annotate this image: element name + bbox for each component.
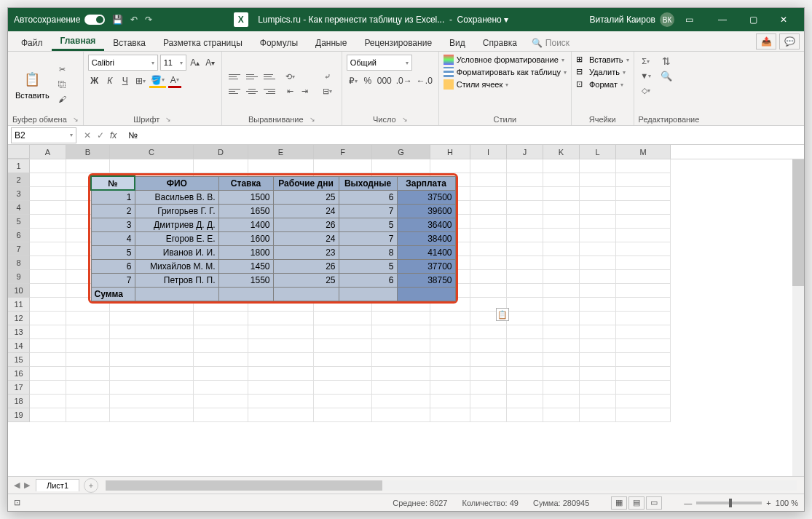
table-cell[interactable]: 26 <box>273 218 339 231</box>
vertical-scrollbar[interactable] <box>792 159 804 476</box>
row-header-9[interactable]: 9 <box>8 270 30 284</box>
table-cell[interactable]: 1800 <box>218 245 273 259</box>
view-normal-icon[interactable]: ▦ <box>611 496 627 510</box>
align-left-icon[interactable] <box>226 85 243 98</box>
select-all-corner[interactable] <box>8 145 30 159</box>
row-header-19[interactable]: 19 <box>8 408 30 422</box>
table-cell[interactable]: 24 <box>273 204 339 218</box>
cancel-formula-icon[interactable]: ✕ <box>84 130 91 140</box>
table-header[interactable]: Выходные <box>339 176 397 190</box>
tab-file[interactable]: Файл <box>12 35 52 51</box>
sort-filter-icon[interactable]: ⇅ <box>659 55 674 68</box>
table-cell[interactable]: 25 <box>273 190 339 204</box>
table-cell[interactable]: 5 <box>91 245 135 259</box>
sheet-nav-next-icon[interactable]: ▶ <box>24 480 30 490</box>
align-right-icon[interactable] <box>261 85 277 98</box>
table-cell[interactable]: Иванов И. И. <box>135 245 218 259</box>
autosum-icon[interactable]: Σ▾ <box>639 55 653 68</box>
format-as-table-button[interactable]: Форматировать как таблицу▾ <box>444 67 567 77</box>
ribbon-options-icon[interactable]: ▭ <box>685 15 693 25</box>
share-button[interactable]: 📤 <box>756 33 776 49</box>
font-size-combo[interactable]: 11▾ <box>160 55 186 71</box>
table-cell[interactable]: Петров П. П. <box>135 273 218 287</box>
copy-icon[interactable]: ⿻ <box>55 78 70 91</box>
align-center-icon[interactable] <box>244 85 260 98</box>
row-header-7[interactable]: 7 <box>8 242 30 256</box>
paste-options-icon[interactable]: 📋 <box>496 308 509 321</box>
table-cell[interactable]: 1650 <box>218 204 273 218</box>
row-header-10[interactable]: 10 <box>8 284 30 298</box>
row-header-18[interactable]: 18 <box>8 395 30 408</box>
table-cell[interactable]: 38400 <box>397 231 455 245</box>
alignment-launcher[interactable]: ↘ <box>310 116 315 123</box>
undo-icon[interactable]: ↶ <box>130 15 138 25</box>
row-header-11[interactable]: 11 <box>8 298 30 312</box>
table-sum-cell[interactable] <box>273 287 339 301</box>
col-header-L[interactable]: L <box>580 145 616 159</box>
paste-button[interactable]: 📋 Вставить <box>12 68 52 101</box>
table-sum-cell[interactable] <box>397 287 455 301</box>
tab-data[interactable]: Данные <box>307 35 355 51</box>
table-cell[interactable]: 36400 <box>397 218 455 231</box>
table-cell[interactable]: 1 <box>91 190 135 204</box>
table-cell[interactable]: 6 <box>339 273 397 287</box>
add-sheet-button[interactable]: + <box>84 478 98 493</box>
decrease-decimal-icon[interactable]: ←.0 <box>415 74 434 88</box>
format-cells-button[interactable]: ⊡Формат▾ <box>576 79 629 90</box>
decrease-font-icon[interactable]: A▾ <box>204 55 217 70</box>
table-cell[interactable]: 8 <box>339 245 397 259</box>
table-header[interactable]: ФИО <box>135 176 218 190</box>
col-header-F[interactable]: F <box>314 145 372 159</box>
table-cell[interactable]: 3 <box>91 218 135 231</box>
row-header-3[interactable]: 3 <box>8 187 30 201</box>
table-cell[interactable]: 39600 <box>397 204 455 218</box>
table-cell[interactable]: 4 <box>91 231 135 245</box>
formula-input[interactable]: № <box>124 130 804 140</box>
user-account[interactable]: Виталий Каиров ВК <box>589 12 674 27</box>
row-header-4[interactable]: 4 <box>8 201 30 215</box>
table-cell[interactable]: 7 <box>339 231 397 245</box>
table-sum-cell[interactable]: Сумма <box>91 287 135 301</box>
increase-decimal-icon[interactable]: .0→ <box>395 74 414 88</box>
row-header-2[interactable]: 2 <box>8 173 30 187</box>
table-cell[interactable]: 2 <box>91 204 135 218</box>
col-header-K[interactable]: K <box>543 145 580 159</box>
fill-color-icon[interactable]: 🪣▾ <box>149 74 166 88</box>
cells-grid[interactable]: №ФИОСтавкаРабочие дниВыходныеЗарплата1Ва… <box>30 159 671 422</box>
row-header-16[interactable]: 16 <box>8 367 30 381</box>
table-cell[interactable]: 41400 <box>397 245 455 259</box>
table-cell[interactable]: 25 <box>273 273 339 287</box>
wrap-text-icon[interactable]: ⤶ <box>318 71 337 84</box>
increase-indent-icon[interactable]: ⇥ <box>298 85 312 98</box>
row-header-17[interactable]: 17 <box>8 381 30 395</box>
search-box[interactable]: 🔍 Поиск <box>526 35 575 51</box>
tab-help[interactable]: Справка <box>474 35 526 51</box>
borders-icon[interactable]: ⊞▾ <box>134 74 147 88</box>
row-header-14[interactable]: 14 <box>8 339 30 353</box>
save-icon[interactable]: 💾 <box>112 15 123 25</box>
find-select-icon[interactable]: 🔍 <box>659 69 674 82</box>
table-cell[interactable]: 38750 <box>397 273 455 287</box>
table-cell[interactable]: 7 <box>339 204 397 218</box>
maximize-button[interactable]: ▢ <box>738 8 768 31</box>
font-launcher[interactable]: ↘ <box>165 116 171 123</box>
zoom-slider[interactable] <box>696 502 762 504</box>
col-header-I[interactable]: I <box>470 145 507 159</box>
delete-cells-button[interactable]: ⊟Удалить▾ <box>576 67 629 77</box>
clear-icon[interactable]: ◇▾ <box>639 84 653 97</box>
tab-home[interactable]: Главная <box>52 33 105 51</box>
tab-layout[interactable]: Разметка страницы <box>154 35 251 51</box>
cut-icon[interactable]: ✂ <box>55 63 70 76</box>
col-header-E[interactable]: E <box>248 145 314 159</box>
zoom-out-button[interactable]: — <box>684 499 692 507</box>
table-cell[interactable]: 1500 <box>218 190 273 204</box>
zoom-level[interactable]: 100 % <box>776 499 798 507</box>
col-header-G[interactable]: G <box>372 145 430 159</box>
row-header-6[interactable]: 6 <box>8 229 30 242</box>
percent-icon[interactable]: % <box>361 74 374 88</box>
sheet-tab-1[interactable]: Лист1 <box>36 479 79 491</box>
minimize-button[interactable]: — <box>708 8 737 31</box>
table-cell[interactable]: Михайлов М. М. <box>135 259 218 273</box>
font-name-combo[interactable]: Calibri▾ <box>88 55 158 71</box>
cell-styles-button[interactable]: Стили ячеек▾ <box>444 79 567 90</box>
